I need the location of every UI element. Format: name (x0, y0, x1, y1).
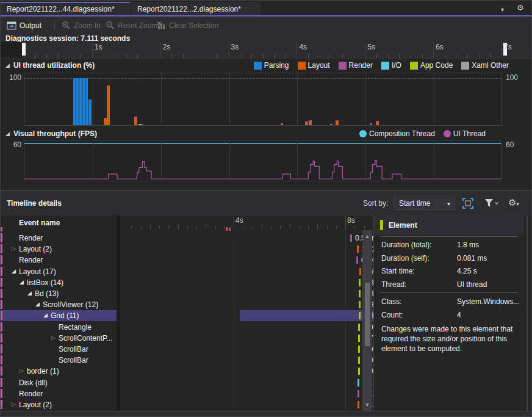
settings-gear-icon[interactable]: ⚙▾ (508, 197, 519, 208)
property-label: Thread: (381, 280, 406, 289)
tree-row-layout-17-[interactable]: ◢Layout (17) (1, 266, 117, 277)
ruler-minor-tick (70, 54, 70, 58)
scroll-down-icon[interactable]: ▼ (362, 400, 372, 410)
sort-by-dropdown[interactable]: Start time ▾ (394, 197, 455, 210)
ruler-handle-left[interactable] (22, 43, 26, 56)
expander-collapsed-icon[interactable]: ▷ (12, 401, 16, 407)
fps-chart[interactable] (24, 140, 501, 181)
ruler-minor-tick (336, 226, 337, 229)
utilization-chart[interactable] (24, 73, 501, 126)
utilization-bar-parsing (79, 78, 82, 125)
tab-report-1[interactable]: Report2021122...44.diagsession* ✕ (1, 2, 130, 15)
tree-row-scrollcontentp-[interactable]: ▷ScrollContentP... (1, 333, 117, 344)
collapse-triangle-icon[interactable]: ◢ (5, 131, 10, 137)
event-color-indicator (1, 289, 2, 298)
property-label: Start time: (381, 267, 415, 275)
ruler-minor-tick (262, 224, 262, 229)
event-color-indicator (1, 389, 2, 398)
timeline-details-title: Timeline details (7, 199, 62, 208)
expander-expanded-icon[interactable]: ◢ (43, 312, 48, 318)
zoom-to-selection-icon[interactable] (462, 198, 473, 209)
event-color-indicator (1, 311, 2, 320)
element-panel-header: Element (374, 216, 524, 235)
event-label: ScrollContentP... (59, 334, 113, 343)
utilization-bar-parsing (88, 100, 92, 125)
tree-row-layout-2-[interactable]: ▷Layout (2) (1, 399, 117, 410)
overview-ruler[interactable]: 1s2s3s4s5s6s7s (1, 42, 532, 59)
event-label: Render (19, 234, 43, 242)
event-label: Layout (2) (19, 245, 52, 253)
event-label: Layout (17) (19, 267, 56, 276)
ruler-minor-tick (253, 226, 253, 229)
output-label: Output (20, 21, 41, 30)
event-color-indicator (1, 400, 2, 409)
ruler-major-tick (92, 42, 93, 58)
ruler-minor-tick (354, 54, 354, 58)
legend-swatch-xaml_other-icon (461, 62, 469, 70)
ruler-tick-label: 7s (504, 43, 512, 51)
property-label: Class: (381, 297, 401, 306)
ruler-minor-tick (308, 226, 309, 229)
event-label: ScrollViewer (12) (43, 300, 98, 309)
expander-expanded-icon[interactable]: ◢ (27, 290, 32, 296)
event-color-indicator (1, 355, 2, 364)
tree-row-render[interactable]: Render (1, 255, 117, 266)
tree-row-render[interactable]: Render (1, 388, 117, 399)
ruler-minor-tick (399, 54, 400, 58)
collapse-triangle-icon[interactable]: ◢ (5, 62, 10, 68)
legend-label: UI Thread (453, 129, 486, 138)
tab-report-2[interactable]: Report2021122...2.diagsession* (131, 2, 261, 15)
ruler-minor-tick (46, 54, 47, 58)
ruler-minor-tick (456, 54, 456, 58)
clear-selection-button[interactable]: Clear Selection (154, 19, 221, 32)
event-label: border (1) (27, 367, 59, 375)
tree-row-listbox-14-[interactable]: ◢listBox (14) (1, 277, 117, 288)
zoom-in-button[interactable]: Zoom In (59, 19, 103, 32)
tree-row-border-1-[interactable]: ▷border (1) (1, 366, 117, 377)
ruler-minor-tick (317, 224, 318, 229)
legend-swatch-parsing-icon (254, 62, 262, 70)
tab-list-chevron-icon[interactable]: ▾ (501, 5, 504, 14)
expander-collapsed-icon[interactable]: ▷ (51, 335, 56, 341)
ruler-minor-tick (131, 226, 132, 229)
ruler-minor-tick (331, 54, 331, 58)
timeline-scrollbar[interactable]: ▲ ▼ (362, 230, 372, 411)
zoom-in-icon (62, 21, 71, 30)
tree-row-layout-2-[interactable]: ▷Layout (2) (1, 244, 117, 255)
utilization-bar-render (281, 123, 283, 124)
tree-row-grid-11-[interactable]: ◢Grid (11) (1, 310, 117, 321)
ruler-tick-label: 8s (347, 216, 355, 225)
event-label: ScrollBar (59, 356, 88, 364)
expander-expanded-icon[interactable]: ◢ (20, 279, 24, 285)
tree-row-scrollbar[interactable]: ScrollBar (1, 355, 117, 366)
scroll-up-icon[interactable]: ▲ (362, 231, 372, 241)
diagnostics-toolbar: Output Zoom In Reset Zoom Clear Selectio… (1, 16, 532, 34)
output-button[interactable]: Output (4, 19, 44, 32)
tree-row-disk-dll-[interactable]: Disk (dll) (1, 377, 117, 388)
filter-icon[interactable] (484, 198, 499, 208)
expander-collapsed-icon[interactable]: ▷ (20, 368, 24, 374)
scrollbar-thumb[interactable] (365, 283, 370, 346)
ruler-major-tick (229, 42, 229, 58)
window-gear-icon[interactable]: ⚙ (517, 4, 524, 12)
expander-expanded-icon[interactable]: ◢ (35, 301, 40, 307)
property-label: Count: (381, 311, 403, 319)
expander-collapsed-icon[interactable]: ▷ (12, 245, 16, 252)
expander-expanded-icon[interactable]: ◢ (12, 268, 16, 274)
ruler-major-tick (160, 42, 161, 58)
gridline (434, 73, 434, 125)
tree-row-bd-13-[interactable]: ◢Bd (13) (1, 288, 117, 299)
ruler-minor-tick (115, 54, 115, 58)
reset-zoom-button[interactable]: Reset Zoom (103, 19, 160, 32)
tree-row-scrollbar[interactable]: ScrollBar (1, 344, 117, 355)
event-color-indicator (1, 344, 2, 354)
event-label: Grid (11) (51, 311, 79, 320)
event-color-indicator (1, 267, 2, 276)
tree-row-render[interactable]: Render (1, 233, 117, 244)
property-label: Duration (total): (381, 241, 432, 249)
sort-by-value: Start time (399, 199, 430, 208)
tree-row-rectangle[interactable]: Rectangle (1, 322, 117, 333)
clear-selection-icon (157, 21, 166, 30)
utilization-bar-layout (336, 121, 339, 125)
tree-row-scrollviewer-12-[interactable]: ◢ScrollViewer (12) (1, 299, 117, 310)
